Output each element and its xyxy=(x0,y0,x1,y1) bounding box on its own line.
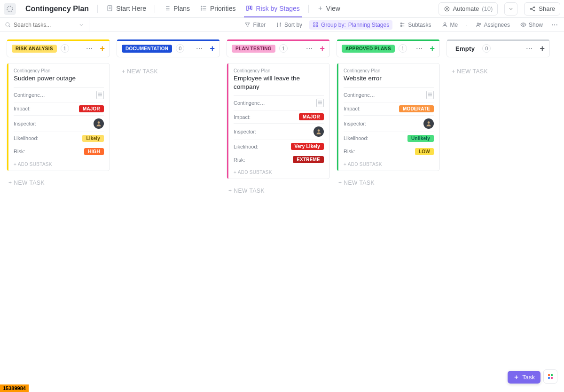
space-icon xyxy=(4,3,16,15)
svg-rect-16 xyxy=(313,25,315,27)
tab-label: Start Here xyxy=(116,5,146,12)
svg-point-27 xyxy=(91,48,92,49)
column-count: 0 xyxy=(176,44,184,53)
assignees-button[interactable]: Assignees xyxy=(472,20,513,30)
svg-point-37 xyxy=(419,48,420,49)
column-header[interactable]: PLAN TESTING 1 + xyxy=(227,39,330,57)
board-column: Empty 0 ++ NEW TASK xyxy=(446,39,550,80)
svg-point-12 xyxy=(534,10,535,11)
share-button[interactable]: Share xyxy=(524,2,560,16)
svg-point-4 xyxy=(201,10,202,10)
toolbar-more[interactable] xyxy=(550,20,559,30)
tab-label: Priorities xyxy=(210,5,235,12)
card-field: Impact:MODERATE xyxy=(344,102,434,115)
board-column: PLAN TESTING 1 + Contingency Plan Employ… xyxy=(227,39,330,197)
svg-point-21 xyxy=(523,24,524,25)
field-badge: MAJOR xyxy=(299,113,324,120)
tab-add-view[interactable]: View xyxy=(315,0,342,17)
new-task-fab[interactable]: Task xyxy=(508,371,540,384)
id-chip: 15389984 xyxy=(0,384,29,392)
tab-label: Plans xyxy=(173,5,190,12)
column-header[interactable]: Empty 0 + xyxy=(446,39,550,57)
subtasks-icon xyxy=(400,22,406,28)
automate-chevron[interactable] xyxy=(504,2,517,16)
column-add[interactable]: + xyxy=(100,44,105,54)
me-button[interactable]: Me xyxy=(439,20,462,30)
new-task-button[interactable]: + NEW TASK xyxy=(227,185,330,197)
board-column: DOCUMENTATION 0 ++ NEW TASK xyxy=(117,39,220,80)
divider xyxy=(155,5,155,13)
card-field: Impact:MAJOR xyxy=(14,102,104,115)
column-add[interactable]: + xyxy=(320,44,325,54)
svg-point-10 xyxy=(531,8,532,9)
column-add[interactable]: + xyxy=(540,44,545,54)
task-card[interactable]: Contingency Plan Website error Contingen… xyxy=(337,63,440,171)
card-list-name: Contingency Plan xyxy=(234,68,324,73)
new-task-button[interactable]: + NEW TASK xyxy=(7,177,110,189)
column-add[interactable]: + xyxy=(430,44,435,54)
svg-point-2 xyxy=(201,6,202,7)
field-label: Risk: xyxy=(234,157,245,163)
automate-button[interactable]: Automate (10) xyxy=(439,2,498,16)
card-field: Likelihood:Very Likely xyxy=(234,140,324,153)
automate-label: Automate xyxy=(453,5,479,12)
field-badge: LOW xyxy=(415,148,434,155)
inspector-avatar[interactable] xyxy=(94,118,104,129)
stage-pill: RISK ANALYSIS xyxy=(12,45,57,53)
new-task-button[interactable]: + NEW TASK xyxy=(446,63,550,80)
card-field: Likelihood:Unlikely xyxy=(344,132,434,145)
svg-point-36 xyxy=(417,48,418,49)
board-column: APPROVED PLANS 1 + Contingency Plan Webs… xyxy=(337,39,440,189)
search-input[interactable] xyxy=(14,22,75,28)
apps-fab[interactable] xyxy=(543,369,557,384)
search-wrap[interactable] xyxy=(5,18,89,31)
subtasks-button[interactable]: Subtasks xyxy=(396,20,434,30)
share-icon xyxy=(529,6,536,12)
card-field: Likelihood:Likely xyxy=(14,132,104,145)
card-field: Impact:MAJOR xyxy=(234,110,324,123)
field-label: Risk: xyxy=(344,149,355,154)
tab-priorities[interactable]: Priorities xyxy=(198,0,237,17)
column-menu[interactable] xyxy=(415,45,423,52)
column-header[interactable]: DOCUMENTATION 0 + xyxy=(117,39,220,57)
chevron-down-icon xyxy=(508,6,514,12)
add-subtask-button[interactable]: + ADD SUBTASK xyxy=(7,158,110,171)
tab-plans[interactable]: Plans xyxy=(162,0,192,17)
inspector-avatar[interactable] xyxy=(313,126,324,137)
tab-risk-by-stages[interactable]: Risk by Stages xyxy=(244,0,301,17)
task-card[interactable]: Contingency Plan Sudden power outage Con… xyxy=(7,63,110,171)
doc-thumb-icon[interactable] xyxy=(96,91,104,99)
group-by-button[interactable]: Group by: Planning Stages xyxy=(309,20,392,30)
column-header[interactable]: APPROVED PLANS 1 + xyxy=(337,39,440,57)
search-icon xyxy=(5,22,11,28)
inspector-avatar[interactable] xyxy=(423,118,434,129)
doc-thumb-icon[interactable] xyxy=(426,91,434,99)
column-menu[interactable] xyxy=(306,45,313,52)
add-subtask-button[interactable]: + ADD SUBTASK xyxy=(337,158,439,171)
card-title: Website error xyxy=(344,74,434,83)
stage-pill: PLAN TESTING xyxy=(232,45,275,53)
filter-button[interactable]: Filter xyxy=(241,20,269,30)
field-label: Inspector: xyxy=(14,121,36,126)
show-button[interactable]: Show xyxy=(517,20,546,30)
svg-point-11 xyxy=(534,7,535,8)
field-label: Contingenc… xyxy=(234,100,265,106)
add-subtask-button[interactable]: + ADD SUBTASK xyxy=(227,166,329,179)
new-task-button[interactable]: + NEW TASK xyxy=(117,63,220,80)
card-title: Sudden power outage xyxy=(14,74,104,83)
sort-button[interactable]: Sort by xyxy=(273,20,306,30)
doc-thumb-icon[interactable] xyxy=(316,99,324,107)
column-add[interactable]: + xyxy=(210,44,215,54)
chevron-down-icon[interactable] xyxy=(78,22,84,28)
task-card[interactable]: Contingency Plan Employee will leave the… xyxy=(227,63,330,179)
column-menu[interactable] xyxy=(525,45,533,52)
column-header[interactable]: RISK ANALYSIS 1 + xyxy=(7,39,110,57)
column-menu[interactable] xyxy=(86,45,93,52)
eye-icon xyxy=(520,22,526,28)
assignees-label: Assignees xyxy=(484,22,510,28)
new-task-button[interactable]: + NEW TASK xyxy=(337,177,440,189)
card-field: Risk:HIGH xyxy=(14,145,104,158)
tab-start-here[interactable]: Start Here xyxy=(104,0,148,17)
svg-point-33 xyxy=(309,48,310,49)
column-menu[interactable] xyxy=(196,45,203,52)
